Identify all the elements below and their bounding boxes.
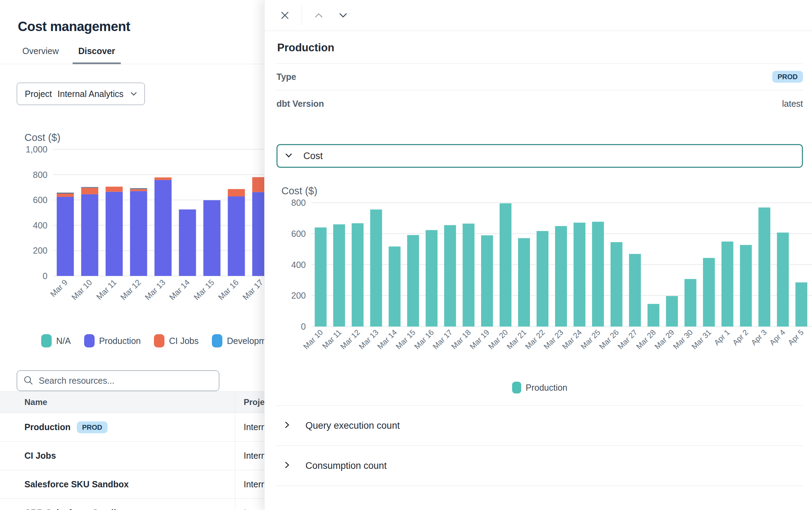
detail-chart-legend: Production xyxy=(276,382,803,393)
legend-swatch xyxy=(512,382,521,393)
detail-chart-title: Cost ($) xyxy=(281,185,803,197)
dbt-version-label: dbt Version xyxy=(276,99,324,109)
section-query-execution-count[interactable]: Query execution count xyxy=(276,406,803,446)
svg-text:Mar 16: Mar 16 xyxy=(216,278,241,302)
legend-label: CI Jobs xyxy=(169,336,199,346)
svg-text:600: 600 xyxy=(291,229,306,239)
overview-chart-legend: N/AProductionCI JobsDevelopment xyxy=(41,334,278,347)
section-cost-expanded[interactable]: Cost xyxy=(276,144,803,168)
legend-swatch xyxy=(212,334,222,347)
svg-text:Mar 22: Mar 22 xyxy=(523,328,546,351)
svg-text:Apr 3: Apr 3 xyxy=(749,328,768,347)
svg-text:800: 800 xyxy=(291,198,306,208)
column-header-name: Name xyxy=(0,397,235,407)
chevron-down-icon[interactable] xyxy=(335,8,351,23)
svg-text:Mar 15: Mar 15 xyxy=(394,328,417,351)
row-name: Salesforce SKU Sandbox xyxy=(24,479,129,489)
resource-search[interactable] xyxy=(17,370,219,391)
svg-text:Mar 13: Mar 13 xyxy=(143,278,167,302)
svg-text:Mar 18: Mar 18 xyxy=(450,328,473,351)
svg-text:Mar 23: Mar 23 xyxy=(542,328,565,351)
cost-management-page: Cost management Overview Discover Projec… xyxy=(0,0,812,510)
field-row-type: Type PROD xyxy=(276,63,803,90)
svg-text:Mar 20: Mar 20 xyxy=(487,328,510,351)
tab-discover[interactable]: Discover xyxy=(73,41,121,64)
svg-text:Mar 24: Mar 24 xyxy=(560,328,583,351)
field-row-dbt-version: dbt Version latest xyxy=(276,90,803,117)
svg-text:Mar 10: Mar 10 xyxy=(70,278,94,302)
svg-text:Mar 31: Mar 31 xyxy=(690,328,713,351)
svg-text:Mar 16: Mar 16 xyxy=(413,328,436,351)
chevron-down-icon xyxy=(131,92,137,96)
svg-text:Apr 5: Apr 5 xyxy=(786,328,805,347)
tab-overview[interactable]: Overview xyxy=(17,41,64,64)
svg-text:Mar 9: Mar 9 xyxy=(49,278,69,299)
legend-item-production: Production xyxy=(512,382,568,393)
svg-text:Apr 2: Apr 2 xyxy=(731,328,750,347)
tab-bar: Overview Discover xyxy=(0,41,264,64)
svg-text:Apr 4: Apr 4 xyxy=(768,328,787,347)
svg-text:0: 0 xyxy=(301,322,306,331)
type-prod-badge: PROD xyxy=(772,71,803,83)
legend-item-production[interactable]: Production xyxy=(84,334,141,347)
header-divider xyxy=(302,6,302,25)
svg-text:Mar 27: Mar 27 xyxy=(616,328,639,351)
page-title: Cost management xyxy=(18,19,130,34)
chevron-right-icon xyxy=(285,421,289,430)
left-pane: Cost management Overview Discover Projec… xyxy=(0,0,264,510)
svg-text:Mar 28: Mar 28 xyxy=(634,328,657,351)
svg-text:0: 0 xyxy=(43,271,47,281)
svg-text:Mar 17: Mar 17 xyxy=(431,328,454,351)
cost-section-label: Cost xyxy=(303,151,323,162)
svg-text:Mar 30: Mar 30 xyxy=(671,328,694,351)
svg-text:Apr 1: Apr 1 xyxy=(712,328,731,347)
svg-text:Mar 25: Mar 25 xyxy=(579,328,602,351)
project-filter-value: Internal Analytics xyxy=(58,89,124,99)
prod-badge: PROD xyxy=(77,421,108,433)
detail-panel: Production Type PROD dbt Version latest … xyxy=(264,0,812,510)
svg-text:Mar 15: Mar 15 xyxy=(192,278,216,302)
svg-text:Mar 29: Mar 29 xyxy=(653,328,676,351)
section-consumption-count[interactable]: Consumption count xyxy=(276,446,803,486)
svg-text:600: 600 xyxy=(33,195,47,205)
search-icon xyxy=(23,375,33,387)
legend-item-n-a[interactable]: N/A xyxy=(41,334,71,347)
svg-text:Mar 12: Mar 12 xyxy=(119,278,143,302)
legend-swatch xyxy=(41,334,52,347)
legend-label: Production xyxy=(99,336,141,346)
legend-swatch xyxy=(154,334,164,347)
row-name: CRB Salesforce Sandbox xyxy=(24,508,129,510)
detail-panel-body: Production Type PROD dbt Version latest … xyxy=(265,42,812,486)
chevron-down-icon xyxy=(285,153,292,159)
svg-text:400: 400 xyxy=(33,220,47,230)
svg-text:400: 400 xyxy=(291,260,306,270)
legend-label: Production xyxy=(526,383,568,393)
svg-text:Mar 12: Mar 12 xyxy=(339,328,362,351)
detail-cost-chart: 0200400600800Mar 10Mar 11Mar 12Mar 13Mar… xyxy=(276,197,812,371)
svg-text:1,000: 1,000 xyxy=(25,144,47,154)
svg-text:800: 800 xyxy=(33,170,47,180)
row-name: Production xyxy=(24,422,71,432)
chevron-right-icon xyxy=(285,462,289,470)
svg-text:Mar 19: Mar 19 xyxy=(468,328,491,351)
project-filter-dropdown[interactable]: Project Internal Analytics xyxy=(17,83,145,105)
chevron-up-icon[interactable] xyxy=(311,8,326,23)
query-execution-count-label: Query execution count xyxy=(305,420,400,431)
svg-text:Mar 11: Mar 11 xyxy=(320,328,343,351)
svg-text:200: 200 xyxy=(33,246,47,255)
project-filter-label: Project xyxy=(25,89,52,99)
search-input[interactable] xyxy=(38,375,213,386)
dbt-version-value: latest xyxy=(782,99,803,109)
legend-item-ci-jobs[interactable]: CI Jobs xyxy=(154,334,199,347)
close-icon[interactable] xyxy=(277,8,293,23)
svg-text:Mar 14: Mar 14 xyxy=(376,328,399,351)
svg-text:Mar 13: Mar 13 xyxy=(357,328,380,351)
legend-label: N/A xyxy=(56,336,71,346)
svg-text:Mar 14: Mar 14 xyxy=(168,278,192,302)
detail-panel-header xyxy=(265,0,812,31)
legend-swatch xyxy=(84,334,95,347)
environment-title: Production xyxy=(277,42,803,54)
svg-text:Mar 21: Mar 21 xyxy=(505,328,528,351)
svg-text:Mar 11: Mar 11 xyxy=(95,278,118,301)
row-name: CI Jobs xyxy=(24,451,56,461)
